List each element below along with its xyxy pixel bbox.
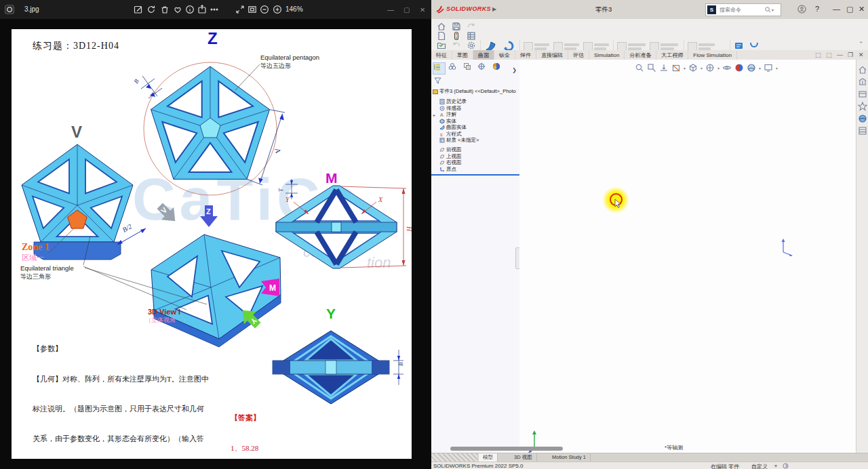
save-icon[interactable] — [452, 22, 461, 31]
document-title: 零件3 — [595, 5, 612, 14]
user-account-icon[interactable] — [797, 5, 806, 14]
help-icon[interactable]: ? — [815, 5, 819, 13]
tab-analysis-prep[interactable]: 分析准备 — [625, 50, 656, 60]
apply-scene-icon[interactable] — [747, 63, 756, 73]
tree-item-history[interactable]: 历史记录 — [439, 98, 467, 105]
search-icon[interactable] — [764, 6, 772, 14]
tab-direct-editing[interactable]: 直接编辑 — [536, 50, 568, 60]
tab-sketch[interactable]: 草图 — [452, 50, 473, 60]
tree-item-solid-bodies[interactable]: 实体 — [439, 118, 456, 125]
expand-arrow-icon[interactable]: ▸ — [433, 113, 435, 117]
tree-item-top-plane[interactable]: 上视面 — [439, 153, 462, 160]
curve-tool-icon[interactable] — [749, 41, 760, 51]
status-dropdown-arrow[interactable]: ▾ — [774, 463, 777, 469]
tab-surfaces[interactable]: 曲面 — [473, 50, 494, 60]
tree-item-surface-bodies[interactable]: 曲面实体 — [439, 124, 467, 131]
zoom-to-fit-icon[interactable] — [635, 63, 644, 73]
new-document-icon[interactable] — [437, 31, 446, 41]
open-icon[interactable] — [437, 41, 446, 50]
dropdown-arrow[interactable]: ▾ — [717, 66, 719, 70]
doc-minimize-icon[interactable]: — — [837, 52, 843, 58]
property-manager-tab-icon[interactable] — [448, 62, 460, 73]
delete-icon[interactable] — [159, 4, 170, 15]
ribbon-collapse-icon[interactable]: ⌃ — [859, 41, 864, 47]
menu-expand-arrow[interactable]: ▶ — [492, 6, 496, 12]
section-view-icon[interactable] — [671, 63, 681, 73]
configuration-manager-tab-icon[interactable] — [463, 62, 475, 73]
dropdown-arrow[interactable]: ▾ — [684, 66, 686, 70]
edit-icon[interactable] — [133, 4, 144, 15]
rebuild-icon[interactable] — [452, 31, 461, 41]
tab-features[interactable]: 特征 — [431, 50, 452, 60]
search-input[interactable] — [718, 6, 764, 14]
dropdown-arrow[interactable]: ▾ — [701, 66, 703, 70]
edit-appearance-icon[interactable] — [734, 63, 744, 73]
redo-icon[interactable] — [467, 22, 476, 31]
sw-close-button[interactable]: ✕ — [859, 5, 865, 14]
filter-funnel-icon[interactable] — [434, 77, 441, 84]
tab-weldments[interactable]: 焊件 — [515, 50, 536, 60]
dropdown-arrow[interactable]: ▾ — [759, 66, 761, 70]
scenes-icon[interactable] — [858, 114, 867, 123]
close-button[interactable]: ✕ — [420, 6, 425, 14]
featuremanager-tree-tab-icon[interactable] — [433, 62, 446, 75]
tab-simulation[interactable]: Simulation — [589, 51, 625, 60]
tab-sheetmetal[interactable]: 钣金 — [494, 50, 515, 60]
rollback-bar[interactable] — [431, 174, 519, 176]
tree-root[interactable]: 零件3 (Default) <<Default>_Photo — [433, 88, 516, 95]
tree-item-sensors[interactable]: 传感器 — [439, 105, 462, 112]
options-gear-icon[interactable] — [467, 41, 476, 50]
normal-to-icon[interactable] — [659, 63, 669, 73]
tree-item-annotations[interactable]: ▸ A 注解 — [439, 111, 456, 118]
sw-maximize-button[interactable]: ▢ — [846, 5, 853, 14]
tree-item-right-plane[interactable]: 右视面 — [439, 159, 462, 166]
more-icon[interactable] — [209, 4, 220, 15]
doc-pane2-icon[interactable]: ⬚ — [826, 52, 832, 58]
favorite-icon[interactable] — [172, 4, 183, 15]
doc-restore-icon[interactable]: ❐ — [848, 52, 853, 58]
design-library-icon[interactable] — [858, 77, 867, 87]
panel-expand-chevron[interactable]: ❯ — [512, 67, 517, 73]
display-style-icon[interactable] — [705, 63, 715, 73]
hide-show-items-icon[interactable] — [722, 63, 732, 73]
home-icon[interactable] — [437, 22, 446, 31]
status-customize[interactable]: 自定义 — [751, 463, 768, 469]
custom-properties-icon[interactable] — [858, 126, 867, 136]
maximize-button[interactable]: ▢ — [403, 6, 410, 14]
view-settings-icon[interactable] — [764, 63, 773, 73]
appearances-icon[interactable] — [858, 102, 867, 111]
file-explorer-icon[interactable] — [858, 89, 867, 99]
minimize-button[interactable]: — — [387, 6, 394, 14]
rotate-icon[interactable] — [146, 4, 157, 15]
dimxpert-manager-tab-icon[interactable] — [477, 62, 489, 73]
feature-manager-tabs: ❯ — [433, 62, 517, 75]
zoom-to-area-icon[interactable] — [647, 63, 656, 73]
command-search-box[interactable]: S ▾ — [705, 3, 781, 16]
display-manager-tab-icon[interactable] — [492, 62, 504, 73]
tree-item-origin[interactable]: 原点 — [439, 166, 456, 173]
zoom-in-icon[interactable] — [272, 4, 283, 15]
home-tab-icon[interactable] — [858, 65, 867, 75]
dropdown-arrow[interactable]: ▾ — [776, 66, 778, 70]
undo-icon[interactable] — [452, 41, 461, 50]
doc-pane-icon[interactable]: ⬚ — [815, 52, 821, 58]
graphics-area[interactable]: ▾ ▾ ▾ ▾ ▾ *等轴测 — [519, 60, 856, 453]
tree-item-material[interactable]: 材质 <未指定> — [439, 137, 479, 144]
tab-flow-simulation[interactable]: Flow Simulation — [688, 51, 736, 60]
sw-minimize-button[interactable]: — — [833, 5, 840, 13]
fit-to-window-icon[interactable] — [247, 4, 258, 15]
tab-evaluate[interactable]: 评估 — [568, 50, 589, 60]
status-eye-icon[interactable] — [783, 463, 789, 469]
share-icon[interactable] — [197, 4, 208, 15]
surface-tool-icon[interactable] — [734, 41, 745, 51]
search-dropdown-arrow[interactable]: ▾ — [772, 7, 774, 12]
properties-icon[interactable] — [467, 31, 476, 41]
tree-item-front-plane[interactable]: 前视面 — [439, 146, 462, 153]
tree-item-equations[interactable]: Σ 方程式 — [439, 131, 462, 138]
zoom-out-icon[interactable] — [259, 4, 270, 15]
doc-close-icon[interactable]: ✕ — [859, 52, 864, 58]
tab-engineer[interactable]: 大工程师 — [656, 50, 688, 60]
view-orientation-icon[interactable] — [688, 63, 698, 73]
info-icon[interactable] — [184, 4, 195, 15]
fullscreen-icon[interactable] — [235, 4, 245, 15]
